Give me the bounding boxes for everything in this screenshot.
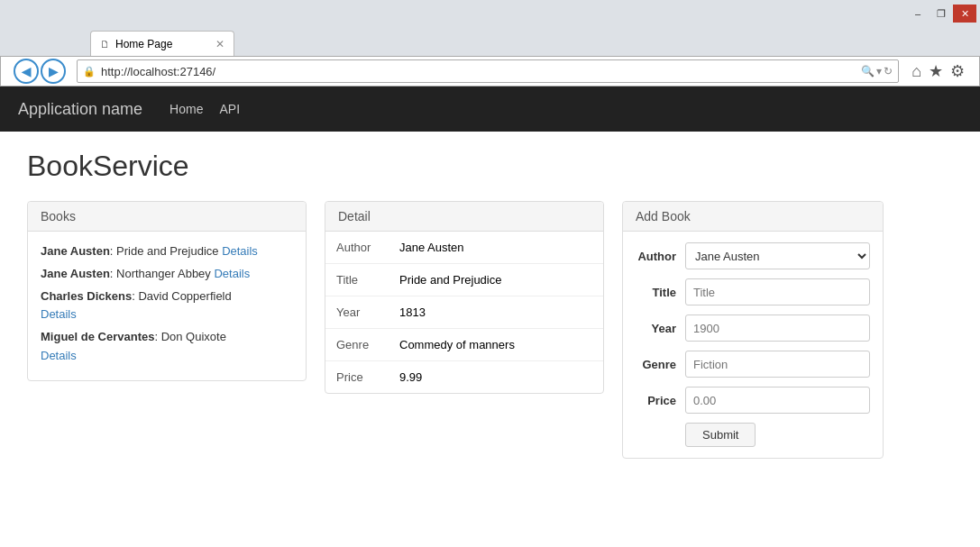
year-input[interactable] <box>685 315 870 342</box>
year-label: Year <box>636 322 685 335</box>
url-actions: 🔍 ▾ ↻ <box>861 65 893 77</box>
settings-icon[interactable]: ⚙ <box>950 61 965 81</box>
tab-label: Home Page <box>115 38 172 50</box>
book-author: Miguel de Cervantes <box>41 330 154 343</box>
nav-buttons: ◀ ▶ <box>8 59 71 84</box>
genre-input[interactable] <box>685 351 870 378</box>
book-author: Charles Dickens <box>41 289 132 303</box>
book-details-link[interactable]: Details <box>214 267 250 280</box>
table-row: Title Pride and Prejudice <box>325 264 603 296</box>
books-panel-header: Books <box>28 202 306 232</box>
address-bar: ◀ ▶ 🔒 http://localhost:27146/ 🔍 ▾ ↻ ⌂ ★ … <box>0 56 980 87</box>
close-button[interactable]: ✕ <box>953 5 976 23</box>
toolbar-icons: ⌂ ★ ⚙ <box>904 61 972 81</box>
price-label: Price <box>636 394 685 407</box>
url-box[interactable]: 🔒 http://localhost:27146/ 🔍 ▾ ↻ <box>77 59 899 83</box>
detail-label: Year <box>325 296 389 329</box>
browser-tab[interactable]: 🗋 Home Page ✕ <box>90 31 234 56</box>
list-item: Jane Austen: Northanger Abbey Details <box>41 265 293 284</box>
book-details-link[interactable]: Details <box>41 349 77 362</box>
detail-value: Commedy of manners <box>389 329 603 361</box>
detail-value: 1813 <box>389 296 603 329</box>
detail-label: Author <box>325 232 389 264</box>
price-row: Price <box>636 387 870 414</box>
detail-label: Title <box>325 264 389 296</box>
detail-label: Price <box>325 361 389 394</box>
detail-value: 9.99 <box>389 361 603 394</box>
panels: Books Jane Austen: Pride and Prejudice D… <box>27 201 953 459</box>
minimize-button[interactable]: – <box>906 5 930 23</box>
table-row: Genre Commedy of manners <box>325 329 603 361</box>
add-book-panel: Add Book Author Jane Austen Charles Dick… <box>622 201 884 459</box>
detail-label: Genre <box>325 329 389 361</box>
author-row: Author Jane Austen Charles Dickens Migue… <box>636 242 870 269</box>
restore-button[interactable]: ❐ <box>930 5 953 23</box>
tab-close-icon[interactable]: ✕ <box>215 38 224 50</box>
submit-row: Submit <box>636 423 870 447</box>
title-bar: – ❐ ✕ <box>0 0 980 27</box>
list-item: Charles Dickens: David Copperfield Detai… <box>41 287 293 325</box>
back-button[interactable]: ◀ <box>14 59 39 84</box>
book-details-link[interactable]: Details <box>222 244 258 258</box>
table-row: Price 9.99 <box>325 361 603 394</box>
nav-api-link[interactable]: API <box>219 102 240 116</box>
app-nav: Application name Home API <box>0 87 980 132</box>
book-details-link[interactable]: Details <box>41 307 77 321</box>
home-icon[interactable]: ⌂ <box>911 62 921 81</box>
genre-row: Genre <box>636 351 870 378</box>
year-row: Year <box>636 315 870 342</box>
price-input[interactable] <box>685 387 870 414</box>
search-arrow-icon: ▾ <box>876 65 882 77</box>
page-title: BookService <box>27 150 953 183</box>
detail-panel: Detail Author Jane Austen Title Pride an… <box>325 201 604 394</box>
book-author: Jane Austen <box>41 267 110 280</box>
app-brand: Application name <box>18 100 142 119</box>
books-panel-body: Jane Austen: Pride and Prejudice Details… <box>28 232 306 380</box>
search-icon[interactable]: 🔍 <box>861 65 875 77</box>
add-panel-header: Add Book <box>623 202 883 232</box>
submit-button[interactable]: Submit <box>685 423 756 447</box>
author-label: Author <box>636 250 685 263</box>
books-panel: Books Jane Austen: Pride and Prejudice D… <box>27 201 307 381</box>
list-item: Jane Austen: Pride and Prejudice Details <box>41 242 293 261</box>
page-content: BookService Books Jane Austen: Pride and… <box>0 132 980 547</box>
url-text: http://localhost:27146/ <box>101 65 856 78</box>
add-panel-body: Author Jane Austen Charles Dickens Migue… <box>623 232 883 458</box>
nav-home-link[interactable]: Home <box>169 102 203 116</box>
detail-value: Jane Austen <box>389 232 603 264</box>
title-row: Title <box>636 278 870 305</box>
detail-panel-body: Author Jane Austen Title Pride and Preju… <box>325 232 603 393</box>
book-author: Jane Austen <box>41 244 110 258</box>
genre-label: Genre <box>636 358 685 371</box>
table-row: Author Jane Austen <box>325 232 603 264</box>
refresh-icon[interactable]: ↻ <box>884 65 893 77</box>
table-row: Year 1813 <box>325 296 603 329</box>
forward-button[interactable]: ▶ <box>41 59 66 84</box>
detail-table: Author Jane Austen Title Pride and Preju… <box>325 232 603 393</box>
tab-page-icon: 🗋 <box>100 39 110 50</box>
favorites-icon[interactable]: ★ <box>929 61 943 81</box>
title-label: Title <box>636 286 685 299</box>
title-input[interactable] <box>685 278 870 305</box>
detail-panel-header: Detail <box>325 202 603 232</box>
url-lock-icon: 🔒 <box>83 66 96 77</box>
list-item: Miguel de Cervantes: Don Quixote Details <box>41 328 293 366</box>
author-select[interactable]: Jane Austen Charles Dickens Miguel de Ce… <box>685 242 870 269</box>
detail-value: Pride and Prejudice <box>389 264 603 296</box>
tab-bar: 🗋 Home Page ✕ <box>0 27 980 56</box>
